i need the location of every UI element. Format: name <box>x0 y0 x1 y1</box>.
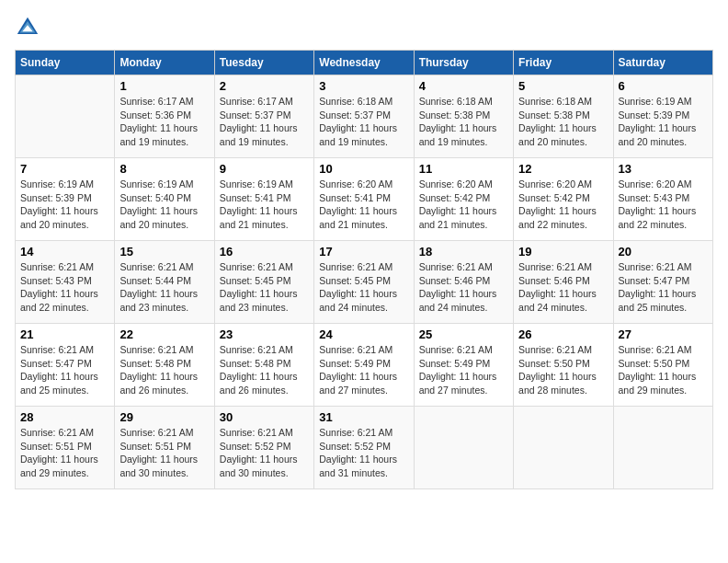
cell-info: Sunrise: 6:21 AM Sunset: 5:47 PM Dayligh… <box>20 343 109 397</box>
header-cell-thursday: Thursday <box>414 51 513 75</box>
day-number: 18 <box>419 245 508 259</box>
day-number: 4 <box>419 79 508 93</box>
logo <box>15 15 44 40</box>
calendar-table: SundayMondayTuesdayWednesdayThursdayFrid… <box>15 50 713 489</box>
calendar-cell: 10Sunrise: 6:20 AM Sunset: 5:41 PM Dayli… <box>314 158 414 241</box>
header-cell-friday: Friday <box>514 51 613 75</box>
calendar-cell: 28Sunrise: 6:21 AM Sunset: 5:51 PM Dayli… <box>16 407 115 489</box>
calendar-body: 1Sunrise: 6:17 AM Sunset: 5:36 PM Daylig… <box>16 75 713 489</box>
day-number: 7 <box>20 162 109 176</box>
calendar-cell: 7Sunrise: 6:19 AM Sunset: 5:39 PM Daylig… <box>16 158 115 241</box>
calendar-header: SundayMondayTuesdayWednesdayThursdayFrid… <box>16 51 713 75</box>
calendar-cell: 1Sunrise: 6:17 AM Sunset: 5:36 PM Daylig… <box>115 75 214 158</box>
week-row-0: 1Sunrise: 6:17 AM Sunset: 5:36 PM Daylig… <box>16 75 713 158</box>
cell-info: Sunrise: 6:20 AM Sunset: 5:41 PM Dayligh… <box>319 178 408 232</box>
day-number: 19 <box>518 245 608 259</box>
cell-info: Sunrise: 6:21 AM Sunset: 5:51 PM Dayligh… <box>119 426 209 480</box>
cell-info: Sunrise: 6:21 AM Sunset: 5:48 PM Dayligh… <box>220 343 309 397</box>
cell-info: Sunrise: 6:18 AM Sunset: 5:38 PM Dayligh… <box>419 95 508 149</box>
calendar-cell: 11Sunrise: 6:20 AM Sunset: 5:42 PM Dayli… <box>414 158 513 241</box>
calendar-cell: 9Sunrise: 6:19 AM Sunset: 5:41 PM Daylig… <box>214 158 313 241</box>
calendar-cell: 25Sunrise: 6:21 AM Sunset: 5:49 PM Dayli… <box>414 324 513 407</box>
calendar-cell: 5Sunrise: 6:18 AM Sunset: 5:38 PM Daylig… <box>514 75 613 158</box>
cell-info: Sunrise: 6:21 AM Sunset: 5:46 PM Dayligh… <box>419 260 508 315</box>
calendar-cell: 8Sunrise: 6:19 AM Sunset: 5:40 PM Daylig… <box>115 158 214 241</box>
calendar-cell: 14Sunrise: 6:21 AM Sunset: 5:43 PM Dayli… <box>16 241 115 324</box>
calendar-cell: 29Sunrise: 6:21 AM Sunset: 5:51 PM Dayli… <box>115 407 214 489</box>
calendar-cell: 18Sunrise: 6:21 AM Sunset: 5:46 PM Dayli… <box>414 241 513 324</box>
cell-info: Sunrise: 6:17 AM Sunset: 5:37 PM Dayligh… <box>220 95 309 149</box>
cell-info: Sunrise: 6:21 AM Sunset: 5:49 PM Dayligh… <box>319 343 408 397</box>
day-number: 17 <box>319 245 408 259</box>
day-number: 2 <box>220 79 309 93</box>
cell-info: Sunrise: 6:17 AM Sunset: 5:36 PM Dayligh… <box>119 95 209 149</box>
cell-info: Sunrise: 6:21 AM Sunset: 5:49 PM Dayligh… <box>419 343 508 397</box>
day-number: 21 <box>20 327 109 341</box>
cell-info: Sunrise: 6:20 AM Sunset: 5:42 PM Dayligh… <box>518 178 608 232</box>
calendar-cell: 22Sunrise: 6:21 AM Sunset: 5:48 PM Dayli… <box>115 324 214 407</box>
calendar-cell <box>613 407 712 489</box>
day-number: 24 <box>319 327 408 341</box>
day-number: 10 <box>319 162 408 176</box>
logo-icon <box>15 15 40 40</box>
day-number: 30 <box>220 410 309 424</box>
header-cell-monday: Monday <box>115 51 214 75</box>
calendar-cell <box>16 75 115 158</box>
day-number: 28 <box>20 410 109 424</box>
day-number: 20 <box>619 245 708 259</box>
day-number: 14 <box>20 245 109 259</box>
cell-info: Sunrise: 6:21 AM Sunset: 5:52 PM Dayligh… <box>319 426 408 480</box>
cell-info: Sunrise: 6:21 AM Sunset: 5:52 PM Dayligh… <box>220 426 309 480</box>
day-number: 9 <box>220 162 309 176</box>
cell-info: Sunrise: 6:21 AM Sunset: 5:46 PM Dayligh… <box>518 260 608 315</box>
day-number: 1 <box>119 79 209 93</box>
cell-info: Sunrise: 6:19 AM Sunset: 5:39 PM Dayligh… <box>20 178 109 232</box>
day-number: 31 <box>319 410 408 424</box>
cell-info: Sunrise: 6:18 AM Sunset: 5:38 PM Dayligh… <box>518 95 608 149</box>
cell-info: Sunrise: 6:21 AM Sunset: 5:44 PM Dayligh… <box>119 260 209 315</box>
day-number: 29 <box>119 410 209 424</box>
calendar-cell: 21Sunrise: 6:21 AM Sunset: 5:47 PM Dayli… <box>16 324 115 407</box>
cell-info: Sunrise: 6:19 AM Sunset: 5:39 PM Dayligh… <box>619 95 708 149</box>
cell-info: Sunrise: 6:21 AM Sunset: 5:43 PM Dayligh… <box>20 260 109 315</box>
calendar-cell: 2Sunrise: 6:17 AM Sunset: 5:37 PM Daylig… <box>214 75 313 158</box>
page-header <box>15 15 713 40</box>
header-cell-sunday: Sunday <box>16 51 115 75</box>
cell-info: Sunrise: 6:20 AM Sunset: 5:42 PM Dayligh… <box>419 178 508 232</box>
day-number: 25 <box>419 327 508 341</box>
cell-info: Sunrise: 6:21 AM Sunset: 5:48 PM Dayligh… <box>119 343 209 397</box>
week-row-4: 28Sunrise: 6:21 AM Sunset: 5:51 PM Dayli… <box>16 407 713 489</box>
calendar-cell <box>514 407 613 489</box>
day-number: 3 <box>319 79 408 93</box>
week-row-1: 7Sunrise: 6:19 AM Sunset: 5:39 PM Daylig… <box>16 158 713 241</box>
cell-info: Sunrise: 6:21 AM Sunset: 5:50 PM Dayligh… <box>518 343 608 397</box>
day-number: 13 <box>619 162 708 176</box>
day-number: 15 <box>119 245 209 259</box>
day-number: 8 <box>119 162 209 176</box>
cell-info: Sunrise: 6:21 AM Sunset: 5:47 PM Dayligh… <box>619 260 708 315</box>
calendar-cell: 30Sunrise: 6:21 AM Sunset: 5:52 PM Dayli… <box>214 407 313 489</box>
calendar-cell: 12Sunrise: 6:20 AM Sunset: 5:42 PM Dayli… <box>514 158 613 241</box>
day-number: 23 <box>220 327 309 341</box>
calendar-cell: 19Sunrise: 6:21 AM Sunset: 5:46 PM Dayli… <box>514 241 613 324</box>
calendar-cell: 3Sunrise: 6:18 AM Sunset: 5:37 PM Daylig… <box>314 75 414 158</box>
calendar-cell: 15Sunrise: 6:21 AM Sunset: 5:44 PM Dayli… <box>115 241 214 324</box>
calendar-cell: 16Sunrise: 6:21 AM Sunset: 5:45 PM Dayli… <box>214 241 313 324</box>
cell-info: Sunrise: 6:21 AM Sunset: 5:51 PM Dayligh… <box>20 426 109 480</box>
day-number: 6 <box>619 79 708 93</box>
header-cell-tuesday: Tuesday <box>214 51 313 75</box>
day-number: 12 <box>518 162 608 176</box>
header-cell-wednesday: Wednesday <box>314 51 414 75</box>
week-row-3: 21Sunrise: 6:21 AM Sunset: 5:47 PM Dayli… <box>16 324 713 407</box>
day-number: 11 <box>419 162 508 176</box>
calendar-cell: 13Sunrise: 6:20 AM Sunset: 5:43 PM Dayli… <box>613 158 712 241</box>
calendar-cell: 20Sunrise: 6:21 AM Sunset: 5:47 PM Dayli… <box>613 241 712 324</box>
calendar-cell <box>414 407 513 489</box>
calendar-cell: 4Sunrise: 6:18 AM Sunset: 5:38 PM Daylig… <box>414 75 513 158</box>
calendar-cell: 31Sunrise: 6:21 AM Sunset: 5:52 PM Dayli… <box>314 407 414 489</box>
calendar-cell: 17Sunrise: 6:21 AM Sunset: 5:45 PM Dayli… <box>314 241 414 324</box>
week-row-2: 14Sunrise: 6:21 AM Sunset: 5:43 PM Dayli… <box>16 241 713 324</box>
calendar-cell: 24Sunrise: 6:21 AM Sunset: 5:49 PM Dayli… <box>314 324 414 407</box>
cell-info: Sunrise: 6:20 AM Sunset: 5:43 PM Dayligh… <box>619 178 708 232</box>
cell-info: Sunrise: 6:21 AM Sunset: 5:45 PM Dayligh… <box>319 260 408 315</box>
